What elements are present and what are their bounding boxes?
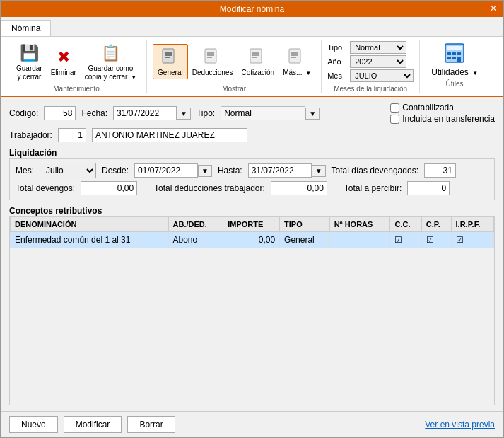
conceptos-table-container: DENOMINACIÓN AB./DED. IMPORTE TIPO Nº HO… xyxy=(9,216,495,405)
svg-rect-17 xyxy=(447,46,462,50)
cell-n_horas xyxy=(329,232,390,248)
th-irpf: I.R.P.F. xyxy=(451,217,493,232)
hasta-dropdown-button[interactable]: ▼ xyxy=(312,165,326,177)
modificar-button[interactable]: Modificar xyxy=(64,416,122,433)
mas-label: Más... ▼ xyxy=(283,69,311,77)
mostrar-group-label: Mostrar xyxy=(222,85,246,93)
svg-rect-21 xyxy=(447,57,451,59)
conceptos-table: DENOMINACIÓN AB./DED. IMPORTE TIPO Nº HO… xyxy=(10,217,494,248)
contabilizada-row: Contabilizada xyxy=(390,103,495,113)
svg-rect-23 xyxy=(457,57,461,62)
total-dias-input xyxy=(424,163,456,178)
svg-rect-18 xyxy=(447,52,451,55)
tipo-ribbon-label: Tipo xyxy=(327,43,347,52)
fecha-input[interactable] xyxy=(113,106,177,120)
tipo-form-label: Tipo: xyxy=(197,108,215,118)
form-row-2: Trabajador: xyxy=(9,128,495,142)
delete-icon: ✖ xyxy=(52,46,75,69)
eliminar-button[interactable]: ✖ Eliminar xyxy=(47,45,81,79)
codigo-label: Código: xyxy=(9,108,38,118)
general-button[interactable]: General xyxy=(153,44,188,79)
anio-row: Año 2020 2021 2022 2023 xyxy=(327,55,406,68)
anio-ribbon-select[interactable]: 2020 2021 2022 2023 xyxy=(350,55,406,68)
cell-irpf: ☑ xyxy=(451,232,493,248)
total-percibir-input xyxy=(407,181,450,195)
cell-tipo: General xyxy=(280,232,330,248)
utilidades-button[interactable]: Utilidades ▼ xyxy=(426,40,484,79)
trabajador-name-input[interactable] xyxy=(92,128,247,142)
conceptos-section: Conceptos retributivos DENOMINACIÓN AB./… xyxy=(9,204,495,405)
nuevo-button[interactable]: Nuevo xyxy=(9,416,58,433)
tipo-form-input xyxy=(221,106,305,120)
svg-rect-8 xyxy=(250,49,262,63)
ribbon-group-mostrar: General Deducciones Cotización xyxy=(147,40,322,93)
mes-ribbon-select[interactable]: ENEROFEBREROMARZOABRIL MAYOJUNIOJULIOAGO… xyxy=(350,69,414,82)
svg-rect-12 xyxy=(289,49,300,63)
liquidacion-title: Liquidación xyxy=(9,148,495,158)
cell-cp: ☑ xyxy=(421,232,451,248)
th-ab-ded: AB./DED. xyxy=(168,217,223,232)
main-window: Modificar nómina ✕ Nómina 💾 Guardary cer… xyxy=(0,0,504,438)
ribbon-tabs: Nómina xyxy=(1,17,503,37)
mantenimiento-group-label: Mantenimiento xyxy=(53,85,100,93)
codigo-input[interactable] xyxy=(44,106,76,120)
close-button[interactable]: ✕ xyxy=(486,2,500,15)
table-row[interactable]: Enfermedad común del 1 al 31Abono0,00Gen… xyxy=(11,232,494,248)
vista-previa-link[interactable]: Ver en vista previa xyxy=(425,420,495,430)
contabilizada-checkbox[interactable] xyxy=(390,103,399,113)
incluida-checkbox[interactable] xyxy=(390,115,399,124)
tab-nomina[interactable]: Nómina xyxy=(1,20,51,36)
ribbon: 💾 Guardary cerrar ✖ Eliminar 📋 Guardar c… xyxy=(1,37,503,97)
deducciones-button[interactable]: Deducciones xyxy=(188,45,238,79)
cell-cc: ☑ xyxy=(390,232,421,248)
th-n-horas: Nº HORAS xyxy=(329,217,390,232)
mes-ribbon-label: Mes xyxy=(327,71,347,80)
borrar-button[interactable]: Borrar xyxy=(127,416,175,433)
th-importe: IMPORTE xyxy=(223,217,280,232)
mes-liq-select[interactable]: EneroFebreroMarzoAbril MayoJunioJulioAgo… xyxy=(40,163,96,178)
form-row-1: Código: Fecha: ▼ Tipo: ▼ Contabilizada I… xyxy=(9,103,495,124)
liquidacion-box: Mes: EneroFebreroMarzoAbril MayoJunioJul… xyxy=(9,158,495,200)
deducciones-label: Deducciones xyxy=(192,69,233,77)
tipo-dropdown-button[interactable]: ▼ xyxy=(305,108,320,120)
total-devengos-label: Total devengos: xyxy=(16,183,75,193)
total-devengos-input xyxy=(81,181,137,195)
contabilizada-label: Contabilizada xyxy=(402,103,454,113)
deducciones-icon xyxy=(201,46,224,69)
hasta-input[interactable] xyxy=(248,163,312,178)
table-header-row: DENOMINACIÓN AB./DED. IMPORTE TIPO Nº HO… xyxy=(11,217,494,232)
desde-label: Desde: xyxy=(102,166,129,175)
cotizacion-label: Cotización xyxy=(241,69,274,77)
content-area: Código: Fecha: ▼ Tipo: ▼ Contabilizada I… xyxy=(1,97,503,411)
conceptos-title: Conceptos retributivos xyxy=(9,206,495,216)
fecha-dropdown-button[interactable]: ▼ xyxy=(177,108,191,120)
mes-liq-label: Mes: xyxy=(16,166,34,175)
liq-row-1: Mes: EneroFebreroMarzoAbril MayoJunioJul… xyxy=(16,163,488,178)
total-percibir-label: Total a percibir: xyxy=(344,183,402,193)
incluida-label: Incluida en transferencia xyxy=(402,114,495,124)
guardar-cerrar-button[interactable]: 💾 Guardary cerrar xyxy=(12,40,47,83)
total-dias-label: Total días devengados: xyxy=(332,166,418,175)
desde-dropdown-button[interactable]: ▼ xyxy=(198,165,212,177)
th-cc: C.C. xyxy=(390,217,421,232)
trabajador-label: Trabajador: xyxy=(9,130,52,140)
bottom-bar: Nuevo Modificar Borrar Ver en vista prev… xyxy=(1,411,503,437)
tipo-row: Tipo Normal Extraordinaria xyxy=(327,41,406,54)
svg-rect-0 xyxy=(163,49,174,63)
trabajador-id-input[interactable] xyxy=(58,128,86,142)
save-icon: 💾 xyxy=(18,42,40,64)
utiles-group-label: Útiles xyxy=(446,80,464,88)
eliminar-label: Eliminar xyxy=(51,69,76,77)
total-deducciones-input xyxy=(271,181,327,195)
desde-input[interactable] xyxy=(134,163,198,178)
incluida-row: Incluida en transferencia xyxy=(390,114,495,124)
calc-icon xyxy=(443,41,467,67)
th-denominacion: DENOMINACIÓN xyxy=(11,217,169,232)
ribbon-group-meses: Tipo Normal Extraordinaria Año 2020 2021… xyxy=(322,40,420,93)
mes-row: Mes ENEROFEBREROMARZOABRIL MAYOJUNIOJULI… xyxy=(327,69,414,82)
tipo-ribbon-select[interactable]: Normal Extraordinaria xyxy=(350,41,406,54)
mas-button[interactable]: Más... ▼ xyxy=(279,45,315,79)
cotizacion-button[interactable]: Cotización xyxy=(237,45,279,79)
checkboxes-col: Contabilizada Incluida en transferencia xyxy=(390,103,495,124)
guardar-copia-button[interactable]: 📋 Guardar comocopia y cerrar ▼ xyxy=(81,40,141,83)
